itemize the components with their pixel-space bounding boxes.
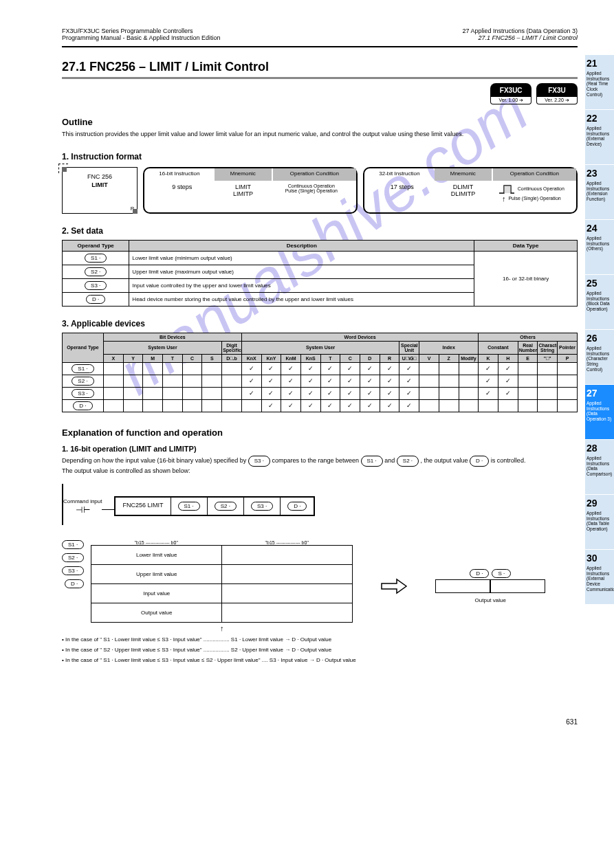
text-b: compares to the range between (272, 457, 360, 464)
tab-text: Applied Instructions (Block Data Operati… (586, 291, 610, 311)
dev-sh-word3: Index (419, 341, 479, 354)
pulse-icon (498, 183, 515, 194)
table-row: Input value (91, 584, 353, 603)
table-row: D · (63, 399, 578, 412)
tab-30[interactable]: 30 Applied Instructions (External Device… (585, 550, 614, 605)
inline-s3: S3 · (248, 456, 270, 467)
check-icon (320, 375, 340, 387)
box-16bit-steps: 9 steps (149, 183, 216, 197)
mem-cell: Output value (91, 603, 222, 623)
tab-num: 21 (586, 58, 613, 69)
box-32bit-c2: Pulse (Single) Operation (508, 196, 560, 201)
box-32bit-h1: 32-bit Instruction (364, 168, 435, 181)
dev-sh-bit1: System User (103, 341, 221, 354)
type-col-header: Data Type (474, 240, 578, 251)
col-v: V (419, 354, 439, 362)
box-32bit-h3: Operation Condition (493, 168, 576, 181)
tab-26[interactable]: 26 Applied Instructions (Character Strin… (585, 330, 614, 385)
desc-cell: Upper limit value (maximum output value) (129, 265, 474, 278)
table-row: S3 · (63, 387, 578, 399)
tab-28[interactable]: 28 Applied Instructions (Data Comparison… (585, 440, 614, 495)
col-p: P (558, 354, 578, 362)
col-m: M (143, 354, 163, 362)
col-t: T (163, 354, 183, 362)
func-subtitle: 1. 16-bit operation (LIMIT and LIMITP) (62, 445, 578, 453)
check-icon (281, 375, 301, 387)
badge-fx3u: FX3U Ver. 2.20 ➔ (536, 83, 578, 104)
check-icon (261, 362, 281, 375)
tab-num: 29 (586, 498, 613, 509)
inst-p3: S3 · (251, 502, 273, 511)
badge-fx3uc: FX3UC Ver. 1.00 ➔ (490, 83, 531, 104)
fnc-name: LIMIT (65, 181, 134, 188)
dev-h-others: Others (479, 333, 578, 341)
doc-title-line1: FX3U/FX3UC Series Programmable Controlle… (62, 27, 221, 34)
dev-row-s3: S3 · (72, 389, 94, 398)
dev-row-s2: S2 · (72, 377, 94, 386)
table-row: S1 · (63, 362, 578, 375)
check-icon (320, 387, 340, 399)
check-icon (498, 387, 518, 399)
col-h: H (498, 354, 518, 362)
devices-heading: 3. Applicable devices (62, 319, 578, 329)
dev-sh-oth2: Real Number (518, 341, 538, 354)
check-icon (241, 362, 261, 375)
arrow-up-icon: ↑ (91, 624, 353, 632)
tab-27[interactable]: 27 Applied Instructions (Data Operation … (585, 385, 614, 440)
dev-sh-oth4: Pointer (558, 341, 578, 354)
col-c: C (182, 354, 202, 362)
tab-23[interactable]: 23 Applied Instructions (Extension Funct… (585, 165, 614, 220)
operand-d: D · (86, 295, 105, 304)
tab-text: Applied Instructions (Real Time Clock Co… (586, 71, 609, 97)
check-icon (261, 375, 281, 387)
inline-s2: S2 · (397, 456, 419, 467)
table-row: X Y M T C S D□.b KnX KnY KnM KnS T C D R… (63, 354, 578, 362)
box-16bit-h1: 16-bit Instruction (144, 168, 215, 181)
tab-num: 26 (586, 333, 613, 344)
doc-header: FX3U/FX3UC Series Programmable Controlle… (62, 27, 578, 43)
box-32bit-h2: Mnemonic (435, 168, 492, 181)
page-number: 631 (566, 718, 578, 726)
inst-name: FNC256 LIMIT (116, 498, 171, 515)
dev-sh-word2: Special Unit (399, 341, 419, 354)
check-icon (498, 362, 518, 375)
doc-title-line2: Programming Manual - Basic & Applied Ins… (62, 34, 221, 41)
out-lbl-d: D · (470, 569, 489, 578)
tab-text: Applied Instructions (Extension Function… (586, 181, 609, 201)
text-a: Depending on how the input value (16-bit… (62, 457, 248, 464)
dev-row-d: D · (73, 401, 92, 410)
mem-cell: Lower limit value (91, 546, 222, 565)
dev-h-word: Word Devices (241, 333, 478, 341)
check-icon (300, 362, 320, 375)
col-r: R (380, 354, 399, 362)
tab-24[interactable]: 24 Applied Instructions (Others) (585, 220, 614, 275)
side-tabs: 21 Applied Instructions (Real Time Clock… (585, 55, 614, 605)
mem-lbl-d: D · (65, 579, 84, 588)
mem-cell: Input value (91, 584, 222, 603)
table-row: Operand Type Description Data Type (63, 240, 578, 251)
mem-lbl-s1: S1 · (62, 540, 84, 549)
col-str: "□" (538, 354, 558, 362)
tab-22[interactable]: 22 Applied Instructions (External Device… (585, 110, 614, 165)
tab-21[interactable]: 21 Applied Instructions (Real Time Clock… (585, 55, 614, 110)
op-col-header: Operand Type (63, 240, 129, 251)
fnc-p-icon: P (131, 205, 134, 212)
col-s: S (202, 354, 222, 362)
mem-lbl-s3: S3 · (62, 566, 84, 575)
check-icon (380, 387, 399, 399)
text-d: is controlled. (491, 457, 526, 464)
text-and: and (384, 457, 397, 464)
box-16bit-h3: Operation Condition (273, 168, 356, 181)
tab-29[interactable]: 29 Applied Instructions (Data Table Oper… (585, 495, 614, 550)
check-icon (479, 362, 498, 375)
tab-25[interactable]: 25 Applied Instructions (Block Data Oper… (585, 275, 614, 330)
mem-cell: Upper limit value (91, 565, 222, 584)
badge-fx3u-version: Ver. 2.20 ➔ (536, 97, 578, 104)
text-e: The output value is controlled as shown … (62, 467, 190, 474)
func-paragraph: Depending on how the input value (16-bit… (62, 456, 578, 476)
check-icon (380, 399, 399, 412)
mem-hdr-l: "b15 --------------- b0" (91, 540, 221, 545)
check-icon (360, 362, 380, 375)
check-icon (320, 399, 340, 412)
section-rule (62, 77, 578, 79)
